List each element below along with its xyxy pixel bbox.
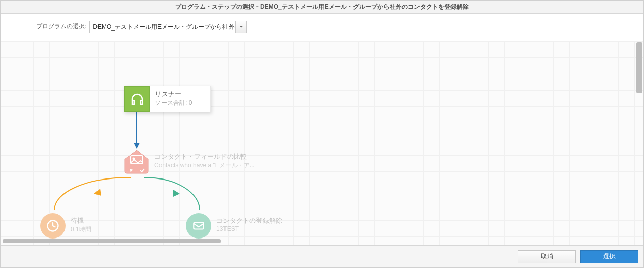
cancel-button[interactable]: 取消	[518, 250, 576, 263]
node-listener-title: リスナー	[155, 90, 192, 99]
select-button[interactable]: 選択	[580, 250, 638, 263]
headphones-icon	[124, 86, 150, 112]
select-button-label: 選択	[603, 252, 616, 261]
program-select-dropdown-button[interactable]	[235, 21, 246, 33]
dialog-footer: 取消 選択	[1, 245, 643, 267]
node-compare-subtitle: Contacts who have a "Eメール・ア...	[154, 161, 255, 170]
node-wait[interactable]: 待機 0.1時間	[40, 213, 91, 239]
node-compare-title: コンタクト・フィールドの比較	[154, 152, 255, 161]
program-select-label: プログラムの選択:	[36, 22, 86, 31]
horizontal-scrollbar[interactable]	[3, 239, 221, 243]
dialog-title-text: プログラム・ステップの選択 - DEMO_テストメール用Eメール・グループから社…	[175, 3, 468, 11]
program-select-value: DEMO_テストメール用Eメール・グループから社外(	[90, 21, 235, 33]
vertical-scrollbar[interactable]	[636, 42, 642, 93]
controls-bar: プログラムの選択: DEMO_テストメール用Eメール・グループから社外(	[1, 14, 643, 40]
decision-icon	[124, 149, 149, 174]
clock-icon	[40, 213, 66, 239]
flow-canvas[interactable]: リスナー ソース合計: 0 コンタクト・フィールドの比較 Contacts wh…	[1, 41, 643, 245]
envelope-icon	[186, 213, 211, 239]
program-select[interactable]: DEMO_テストメール用Eメール・グループから社外(	[89, 21, 247, 33]
chevron-down-icon	[239, 23, 243, 31]
dialog-title: プログラム・ステップの選択 - DEMO_テストメール用Eメール・グループから社…	[1, 1, 643, 14]
node-listener-subtitle: ソース合計: 0	[155, 99, 192, 107]
node-wait-title: 待機	[71, 216, 91, 225]
svg-rect-3	[194, 223, 204, 229]
node-unsubscribe[interactable]: コンタクトの登録解除 13TEST	[186, 213, 282, 239]
node-wait-subtitle: 0.1時間	[71, 225, 91, 234]
canvas-grid	[1, 41, 643, 245]
node-unsubscribe-subtitle: 13TEST	[216, 225, 282, 232]
node-unsubscribe-title: コンタクトの登録解除	[216, 216, 282, 225]
cancel-button-label: 取消	[541, 252, 553, 261]
node-compare[interactable]: コンタクト・フィールドの比較 Contacts who have a "Eメール…	[124, 149, 260, 174]
node-listener[interactable]: リスナー ソース合計: 0	[124, 86, 211, 112]
